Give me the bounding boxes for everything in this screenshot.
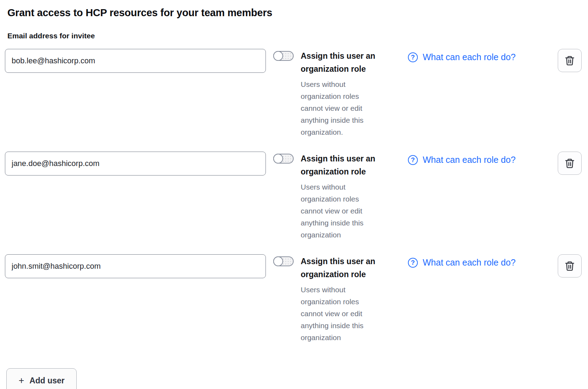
page-title: Grant access to HCP resources for your t… xyxy=(7,7,582,19)
role-help-column: ? What can each role do? xyxy=(408,152,539,165)
email-invitee-label: Email address for invitee xyxy=(7,32,582,40)
trash-icon xyxy=(564,158,575,169)
toggle-knob-icon xyxy=(273,154,283,164)
assign-role-label: Assign this user an organization role xyxy=(301,50,392,76)
question-circle-icon: ? xyxy=(408,52,418,62)
email-column xyxy=(5,152,266,176)
invite-row: Assign this user an organization role Us… xyxy=(5,152,582,241)
assign-role-label: Assign this user an organization role xyxy=(301,255,392,281)
email-input[interactable] xyxy=(5,49,266,73)
role-help-link[interactable]: ? What can each role do? xyxy=(408,257,516,268)
role-help-link[interactable]: ? What can each role do? xyxy=(408,52,516,62)
question-circle-icon: ? xyxy=(408,258,418,268)
delete-column xyxy=(558,152,582,175)
invite-row: Assign this user an organization role Us… xyxy=(5,254,582,344)
assign-role-description: Users without organization roles cannot … xyxy=(301,181,371,241)
toggle-column xyxy=(273,254,294,266)
add-user-button-label: Add user xyxy=(30,376,65,385)
assign-role-description: Users without organization roles cannot … xyxy=(301,78,371,138)
invite-users-panel: Grant access to HCP resources for your t… xyxy=(0,0,588,389)
invite-rows: Assign this user an organization role Us… xyxy=(5,49,582,344)
trash-icon xyxy=(564,260,575,272)
role-help-link-label: What can each role do? xyxy=(423,257,516,268)
email-column xyxy=(5,49,266,73)
trash-icon xyxy=(564,55,575,66)
invite-row: Assign this user an organization role Us… xyxy=(5,49,582,138)
org-role-toggle[interactable] xyxy=(273,256,294,266)
role-help-link[interactable]: ? What can each role do? xyxy=(408,155,516,165)
role-help-column: ? What can each role do? xyxy=(408,49,539,62)
assign-role-column: Assign this user an organization role Us… xyxy=(301,49,392,138)
toggle-knob-icon xyxy=(273,256,283,266)
toggle-column xyxy=(273,49,294,61)
question-circle-icon: ? xyxy=(408,155,418,165)
role-help-link-label: What can each role do? xyxy=(423,52,516,62)
plus-icon: + xyxy=(19,376,24,385)
assign-role-column: Assign this user an organization role Us… xyxy=(301,152,392,241)
add-user-button[interactable]: + Add user xyxy=(6,368,77,389)
email-column xyxy=(5,254,266,278)
delete-user-button[interactable] xyxy=(558,152,582,175)
assign-role-column: Assign this user an organization role Us… xyxy=(301,254,392,344)
role-help-column: ? What can each role do? xyxy=(408,254,539,268)
assign-role-description: Users without organization roles cannot … xyxy=(301,284,371,344)
org-role-toggle[interactable] xyxy=(273,51,294,61)
role-help-link-label: What can each role do? xyxy=(423,155,516,165)
email-input[interactable] xyxy=(5,254,266,278)
delete-column xyxy=(558,49,582,72)
assign-role-label: Assign this user an organization role xyxy=(301,152,392,178)
delete-user-button[interactable] xyxy=(558,254,582,278)
delete-user-button[interactable] xyxy=(558,49,582,72)
delete-column xyxy=(558,254,582,278)
email-input[interactable] xyxy=(5,152,266,176)
org-role-toggle[interactable] xyxy=(273,154,294,164)
toggle-knob-icon xyxy=(273,51,283,61)
toggle-column xyxy=(273,152,294,164)
